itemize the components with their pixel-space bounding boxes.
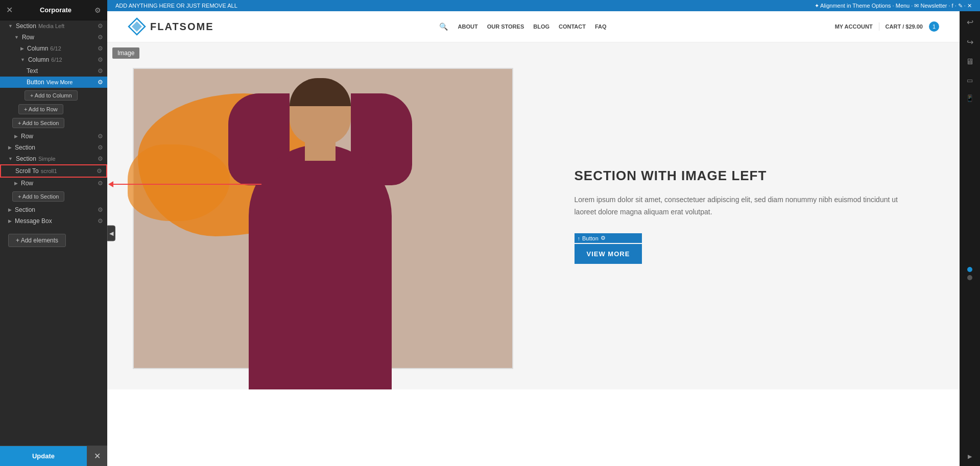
sidebar-item-section-3[interactable]: ▶ Section ⚙ <box>0 204 107 215</box>
view-more-button[interactable]: VIEW MORE <box>575 244 642 264</box>
sidebar-item-row-1[interactable]: ▼ Row ⚙ <box>0 32 107 43</box>
phone-icon[interactable]: 📱 <box>964 92 976 104</box>
gear-icon[interactable]: ⚙ <box>98 45 103 52</box>
arrow-icon: ▶ <box>8 207 12 212</box>
sidebar-item-section-2[interactable]: ▶ Section ⚙ <box>0 142 107 153</box>
gear-icon[interactable]: ⚙ <box>98 67 103 75</box>
top-bar: ADD ANYTHING HERE OR JUST REMOVE ALL ✦ A… <box>107 0 980 11</box>
sidebar-collapse-btn[interactable]: ◀ <box>107 225 115 241</box>
add-to-row-wrapper: + Add to Row <box>0 103 107 115</box>
site-nav: FLATSOME 🔍 ABOUT OUR STORES BLOG CONTACT… <box>107 11 960 42</box>
media-right-column: SECTION WITH IMAGE LEFT Lorem ipsum dolo… <box>534 42 960 389</box>
sidebar-item-section-simple[interactable]: ▼ Section Simple ⚙ <box>0 153 107 164</box>
add-to-column-btn[interactable]: + Add to Column <box>25 90 78 101</box>
gear-icon[interactable]: ⚙ <box>98 180 103 187</box>
gear-icon[interactable]: ⚙ <box>98 155 103 162</box>
arrow-icon: ▼ <box>14 35 19 40</box>
redo-icon[interactable]: ↪ <box>965 35 975 49</box>
close-icon[interactable]: ✕ <box>6 5 13 15</box>
gear-icon[interactable]: ⚙ <box>98 22 103 30</box>
expand-right-icon[interactable]: ▶ <box>966 451 974 462</box>
sidebar-item-scroll-to[interactable]: Scroll To scroll1 ⚙ <box>0 164 107 178</box>
site-nav-right: MY ACCOUNT CART / $29.00 1 <box>835 21 939 32</box>
arrow-icon: ▼ <box>8 156 13 161</box>
sidebar-item-message-box[interactable]: ▶ Message Box ⚙ <box>0 215 107 227</box>
media-left-column: Image <box>107 42 534 389</box>
sidebar-item-row-3[interactable]: ▶ Row ⚙ <box>0 178 107 189</box>
site-logo: FLATSOME <box>128 17 214 36</box>
sidebar-item-column-2[interactable]: ▼ Column 6/12 ⚙ <box>0 54 107 65</box>
button-wrapper: ↑ Button ⚙ VIEW MORE <box>575 233 642 264</box>
add-to-section-btn-1[interactable]: + Add to Section <box>12 118 64 128</box>
button-controls-bar[interactable]: ↑ Button ⚙ <box>575 233 642 243</box>
gear-icon[interactable]: ⚙ <box>97 167 102 175</box>
site-nav-links: 🔍 ABOUT OUR STORES BLOG CONTACT FAQ <box>439 22 610 31</box>
preview-area: FLATSOME 🔍 ABOUT OUR STORES BLOG CONTACT… <box>107 11 960 466</box>
arrow-icon: ▶ <box>14 181 18 186</box>
page-dots <box>967 267 972 280</box>
image-label: Image <box>112 47 139 59</box>
add-elements-wrapper: + Add elements <box>0 227 107 254</box>
top-bar-left-text: ADD ANYTHING HERE OR JUST REMOVE ALL <box>115 3 237 9</box>
gear-icon[interactable]: ⚙ <box>98 34 103 41</box>
tablet-icon[interactable]: ▭ <box>965 75 975 86</box>
add-to-section-wrapper-1: + Add to Section <box>0 117 107 129</box>
gear-icon[interactable]: ⚙ <box>94 6 101 14</box>
add-elements-btn[interactable]: + Add elements <box>8 234 66 247</box>
add-to-section-btn-2[interactable]: + Add to Section <box>12 191 64 202</box>
cart-link[interactable]: CART / $29.00 <box>886 23 923 30</box>
button-gear-icon[interactable]: ⚙ <box>601 235 606 241</box>
page-dot-1[interactable] <box>967 267 972 272</box>
add-to-section-wrapper-2: + Add to Section <box>0 190 107 203</box>
svg-marker-1 <box>132 21 142 32</box>
sidebar-item-row-2[interactable]: ▶ Row ⚙ <box>0 131 107 142</box>
main-area: ADD ANYTHING HERE OR JUST REMOVE ALL ✦ A… <box>107 0 980 466</box>
arrow-icon: ▶ <box>20 46 24 51</box>
section-body: Lorem ipsum dolor sit amet, consectetuer… <box>575 194 919 218</box>
person-head <box>290 78 351 144</box>
add-to-row-btn[interactable]: + Add to Row <box>18 104 63 114</box>
update-button[interactable]: Update <box>0 446 87 466</box>
arrow-icon: ▼ <box>8 23 13 29</box>
gear-icon[interactable]: ⚙ <box>98 206 103 213</box>
arrow-icon: ▶ <box>14 134 18 139</box>
nav-link-faq[interactable]: FAQ <box>595 23 607 30</box>
cart-badge[interactable]: 1 <box>929 21 939 32</box>
search-icon[interactable]: 🔍 <box>439 22 448 31</box>
sidebar-header: ✕ Corporate ⚙ <box>0 0 107 20</box>
gear-icon[interactable]: ⚙ <box>98 217 103 225</box>
nav-link-about[interactable]: ABOUT <box>458 23 478 30</box>
top-bar-right-text[interactable]: ✦ Alignment in Theme Options · Menu · ✉ … <box>815 3 972 9</box>
gear-icon[interactable]: ⚙ <box>98 79 103 86</box>
divider <box>879 22 879 31</box>
gear-icon[interactable]: ⚙ <box>98 56 103 63</box>
button-controls-label: Button <box>582 235 599 241</box>
gear-icon[interactable]: ⚙ <box>98 144 103 151</box>
arrow-icon: ▼ <box>20 57 25 62</box>
logo-text: FLATSOME <box>150 21 214 33</box>
section-title: SECTION WITH IMAGE LEFT <box>575 168 919 184</box>
nav-link-blog[interactable]: BLOG <box>533 23 549 30</box>
add-to-column-wrapper: + Add to Column <box>0 89 107 102</box>
gear-icon[interactable]: ⚙ <box>98 133 103 140</box>
undo-icon[interactable]: ↩ <box>965 15 975 29</box>
right-sidebar: ↩ ↪ 🖥 ▭ 📱 ▶ <box>960 11 980 466</box>
sidebar-title: Corporate <box>40 6 71 14</box>
person-shirt <box>249 144 392 389</box>
sidebar-tree: ▼ Section Media Left ⚙ ▼ Row ⚙ ▶ Column … <box>0 20 107 466</box>
sidebar-item-column-1[interactable]: ▶ Column 6/12 ⚙ <box>0 43 107 54</box>
nav-link-stores[interactable]: OUR STORES <box>487 23 524 30</box>
button-up-icon: ↑ <box>578 235 581 241</box>
left-sidebar: ✕ Corporate ⚙ ▼ Section Media Left ⚙ ▼ R… <box>0 0 107 466</box>
sidebar-item-section-media-left[interactable]: ▼ Section Media Left ⚙ <box>0 20 107 32</box>
page-dot-2[interactable] <box>967 275 972 280</box>
update-close-button[interactable]: ✕ <box>87 446 107 466</box>
sidebar-item-text[interactable]: Text ⚙ <box>0 65 107 77</box>
desktop-icon[interactable]: 🖥 <box>964 55 976 68</box>
section-media-left: Image <box>107 42 960 389</box>
arrow-icon: ▶ <box>8 218 12 224</box>
nav-link-contact[interactable]: CONTACT <box>559 23 586 30</box>
my-account-link[interactable]: MY ACCOUNT <box>835 23 873 30</box>
logo-icon <box>128 17 146 36</box>
sidebar-item-button-view-more[interactable]: Button View More ⚙ <box>0 77 107 88</box>
